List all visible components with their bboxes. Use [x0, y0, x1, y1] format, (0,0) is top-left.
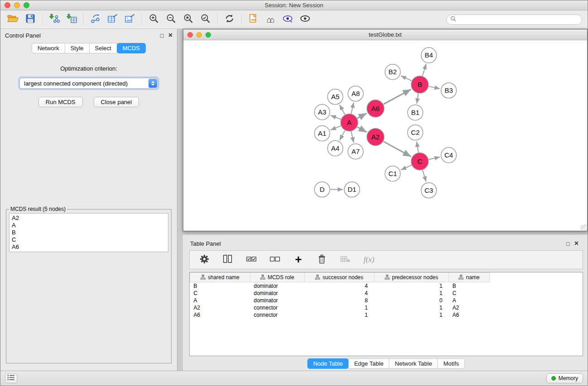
node-C3[interactable]: C3 — [421, 183, 436, 198]
mcds-result-item[interactable]: C — [11, 236, 166, 243]
select-all-columns-button[interactable] — [244, 253, 258, 267]
network-canvas[interactable]: A5A8A3A1A4A7AA6A2B2B4BB3B1C2C4CC1C3DD1 — [183, 40, 587, 231]
column-header[interactable]: successor nodes — [305, 273, 374, 282]
float-panel-icon[interactable]: □ — [160, 33, 164, 38]
close-panel-icon[interactable]: × — [168, 32, 172, 39]
deselect-all-columns-button[interactable] — [268, 253, 282, 267]
node-D1[interactable]: D1 — [344, 182, 360, 197]
node-B1[interactable]: B1 — [407, 105, 423, 120]
table-row[interactable]: Cdominator41C — [190, 290, 490, 297]
mcds-result-list[interactable]: A2ABCA6 — [9, 213, 168, 252]
mcds-result-item[interactable]: A6 — [11, 243, 166, 251]
edge-A-A3[interactable] — [330, 115, 341, 119]
node-A6[interactable]: A6 — [367, 100, 384, 117]
edge-A-A2[interactable] — [357, 127, 367, 132]
delete-table-button[interactable] — [338, 253, 353, 267]
save-session-button[interactable] — [23, 12, 38, 27]
edge-C-C2[interactable] — [417, 142, 419, 152]
close-table-panel-icon[interactable]: × — [574, 240, 578, 247]
node-C4[interactable]: C4 — [441, 148, 456, 163]
column-header[interactable]: predecessor nodes — [374, 273, 449, 282]
edge-B-B1[interactable] — [417, 94, 419, 104]
table-row[interactable]: A2connector11A2 — [190, 304, 490, 311]
table-row[interactable]: A6connector11A6 — [190, 311, 490, 319]
resize-grip-icon[interactable] — [581, 224, 587, 230]
node-D[interactable]: D — [315, 182, 330, 197]
mcds-result-item[interactable]: A2 — [11, 214, 166, 222]
tab-node-table[interactable]: Node Table — [307, 358, 349, 369]
node-B4[interactable]: B4 — [421, 48, 436, 63]
node-B[interactable]: B — [411, 76, 428, 93]
node-C[interactable]: C — [411, 153, 428, 170]
maximize-window-button[interactable] — [24, 2, 29, 8]
import-network-button[interactable] — [47, 12, 62, 27]
zoom-in-button[interactable] — [147, 12, 161, 27]
network-close-button[interactable] — [187, 32, 193, 38]
node-B3[interactable]: B3 — [441, 83, 456, 98]
edge-A-A7[interactable] — [351, 131, 354, 143]
close-window-button[interactable] — [5, 2, 10, 8]
mcds-result-item[interactable]: B — [11, 229, 166, 236]
export-table-button[interactable] — [105, 12, 120, 27]
node-C1[interactable]: C1 — [385, 166, 401, 181]
node-A4[interactable]: A4 — [328, 141, 343, 156]
mcds-result-item[interactable]: A — [11, 222, 166, 229]
snapshot-button[interactable] — [246, 12, 261, 27]
search-input[interactable] — [459, 16, 578, 23]
float-table-panel-icon[interactable]: □ — [566, 241, 570, 247]
column-header[interactable]: MCDS role — [250, 273, 305, 282]
column-header[interactable]: name — [449, 273, 490, 282]
edge-A-A6[interactable] — [357, 113, 367, 118]
export-image-button[interactable] — [123, 12, 137, 27]
node-A3[interactable]: A3 — [315, 105, 330, 120]
tab-mcds[interactable]: MCDS — [117, 43, 146, 53]
import-table-button[interactable] — [64, 12, 79, 27]
analyzer-button[interactable] — [281, 12, 295, 27]
node-B2[interactable]: B2 — [385, 64, 401, 80]
refresh-button[interactable] — [222, 12, 237, 27]
edge-A-A5[interactable] — [339, 105, 345, 114]
show-columns-button[interactable] — [220, 253, 235, 267]
tab-edge-table[interactable]: Edge Table — [348, 358, 389, 369]
table-settings-button[interactable] — [197, 253, 211, 267]
edge-B-B4[interactable] — [422, 64, 426, 76]
table-row[interactable]: Adominator80A — [190, 297, 490, 304]
node-A8[interactable]: A8 — [348, 86, 363, 101]
open-session-button[interactable] — [6, 12, 20, 27]
zoom-fit-button[interactable] — [181, 12, 196, 27]
node-A1[interactable]: A1 — [315, 126, 330, 141]
edge-A-A8[interactable] — [351, 102, 354, 114]
delete-column-button[interactable] — [315, 253, 329, 267]
search-field[interactable] — [446, 14, 582, 25]
edge-C-C4[interactable] — [429, 157, 440, 159]
network-graph[interactable]: A5A8A3A1A4A7AA6A2B2B4BB3B1C2C4CC1C3DD1 — [183, 40, 587, 231]
function-builder-button[interactable]: f(x) — [362, 253, 376, 267]
edge-C-C3[interactable] — [422, 170, 426, 182]
node-A7[interactable]: A7 — [348, 144, 363, 159]
zoom-out-button[interactable] — [164, 12, 178, 27]
memory-button[interactable]: Memory — [546, 373, 583, 383]
node-A2[interactable]: A2 — [367, 129, 384, 146]
edge-B-B3[interactable] — [429, 86, 440, 89]
edge-A6-B[interactable] — [383, 89, 411, 104]
column-header[interactable]: shared name — [190, 273, 250, 282]
tab-network-table[interactable]: Network Table — [389, 358, 438, 369]
edge-C-C1[interactable] — [401, 165, 412, 170]
criterion-dropdown[interactable]: largest connected component (directed) — [19, 78, 158, 89]
table-row[interactable]: Bdominator41B — [190, 282, 490, 290]
tab-motifs[interactable]: Motifs — [437, 358, 465, 369]
node-A5[interactable]: A5 — [328, 89, 343, 105]
close-panel-button[interactable]: Close panel — [94, 97, 139, 107]
node-C2[interactable]: C2 — [407, 125, 423, 140]
show-hide-button[interactable] — [298, 12, 312, 27]
node-A[interactable]: A — [341, 114, 358, 131]
edge-A-A1[interactable] — [330, 126, 341, 130]
tab-network[interactable]: Network — [32, 43, 65, 53]
home-networks-button[interactable]: ⌂⌂ — [263, 12, 278, 27]
export-network-button[interactable] — [88, 12, 103, 27]
network-maximize-button[interactable] — [206, 32, 211, 38]
edge-A2-C[interactable] — [383, 141, 411, 157]
minimize-window-button[interactable] — [14, 2, 20, 8]
zoom-selected-button[interactable] — [198, 12, 213, 27]
tab-select[interactable]: Select — [89, 43, 117, 53]
